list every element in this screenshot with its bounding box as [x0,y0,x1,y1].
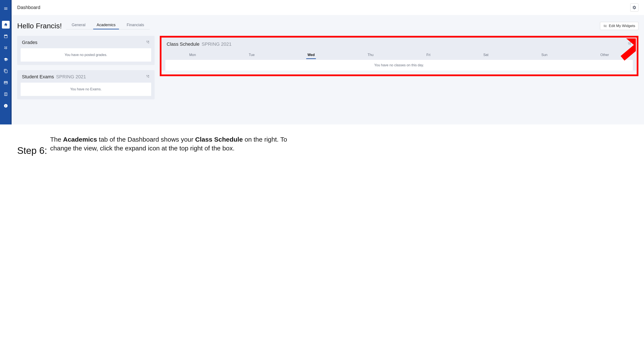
greeting-text: Hello Francis! [17,22,62,30]
list-icon [4,46,8,50]
exams-widget: Student Exams SPRING 2021 You have no Ex… [17,70,154,99]
widgets-row: Grades You have no posted grades. Studen… [12,36,644,99]
sliders-icon [603,24,607,28]
page-title: Dashboard [17,5,40,10]
edit-widgets-label: Edit My Widgets [609,24,635,28]
copy-icon [4,69,8,73]
sidebar-item-calendar[interactable] [2,32,10,40]
settings-button[interactable] [630,3,638,11]
sidebar-item-payments[interactable] [2,79,10,86]
graduation-cap-icon [4,57,8,62]
schedule-expand-button[interactable] [627,42,632,47]
day-tab-wed[interactable]: Wed [305,51,317,60]
sidebar-nav [0,0,12,124]
sidebar-item-files[interactable] [2,67,10,75]
grades-expand-button[interactable] [146,40,150,45]
day-tab-mon[interactable]: Mon [187,51,198,60]
sidebar-item-home[interactable] [2,21,10,28]
edit-widgets-button[interactable]: Edit My Widgets [600,22,638,30]
header-row: Hello Francis! General Academics Financi… [12,19,644,36]
expand-icon [627,42,632,46]
sidebar-item-info[interactable] [2,102,10,110]
app-shell: Dashboard Hello Francis! General Academi… [0,0,644,124]
sidebar-item-list[interactable] [2,44,10,52]
grades-empty-text: You have no posted grades. [20,48,151,62]
grades-widget: Grades You have no posted grades. [17,36,154,65]
dashboard-tabs: General Academics Financials [66,21,150,31]
main-area: Dashboard Hello Francis! General Academi… [12,0,644,124]
day-tab-other[interactable]: Other [598,51,611,60]
info-icon [4,104,8,108]
top-bar: Dashboard [12,0,644,15]
exams-empty-text: You have no Exams. [20,83,151,96]
instruction-block: Step 6: The Academics tab of the Dashboa… [0,124,309,168]
expand-icon [146,40,150,44]
sidebar-item-book[interactable] [2,90,10,98]
tab-financials[interactable]: Financials [121,21,150,31]
schedule-widget-header: Class Schedule SPRING 2021 [162,37,636,50]
expand-icon [146,74,150,78]
dashboard-content: Hello Francis! General Academics Financi… [12,15,644,124]
day-tab-tue[interactable]: Tue [247,51,257,60]
home-icon [4,22,8,27]
schedule-widget: Class Schedule SPRING 2021 Mon Tue [162,37,636,71]
step-label: Step 6: [17,135,47,155]
tab-academics[interactable]: Academics [91,21,121,31]
gear-icon [632,5,636,10]
calendar-icon [4,34,8,38]
day-tab-fri[interactable]: Fri [424,51,433,60]
exams-term: SPRING 2021 [56,74,86,80]
left-column: Grades You have no posted grades. Studen… [17,36,154,99]
credit-card-icon [4,80,8,85]
schedule-empty-text: You have no classes on this day. [165,60,633,71]
day-tab-sat[interactable]: Sat [481,51,491,60]
menu-toggle-button[interactable] [2,5,10,12]
grades-widget-header: Grades [17,36,154,48]
instruction-text: The Academics tab of the Dashboard shows… [50,135,296,153]
exams-title-main: Student Exams [22,74,54,80]
book-icon [4,92,8,96]
exams-widget-header: Student Exams SPRING 2021 [17,70,154,83]
schedule-title: Class Schedule SPRING 2021 [167,41,232,47]
day-tab-sun[interactable]: Sun [539,51,550,60]
schedule-term: SPRING 2021 [202,41,232,47]
right-column: Class Schedule SPRING 2021 Mon Tue [160,36,638,76]
schedule-day-tabs: Mon Tue Wed Thu Fri Sat Sun Other [162,50,636,60]
sidebar-item-academics[interactable] [2,55,10,63]
exams-expand-button[interactable] [146,74,150,79]
day-tab-thu[interactable]: Thu [366,51,376,60]
grades-title: Grades [22,40,37,45]
schedule-title-main: Class Schedule [167,41,200,47]
hamburger-icon [4,6,8,11]
tab-general[interactable]: General [66,21,91,31]
exams-title: Student Exams SPRING 2021 [22,74,86,80]
